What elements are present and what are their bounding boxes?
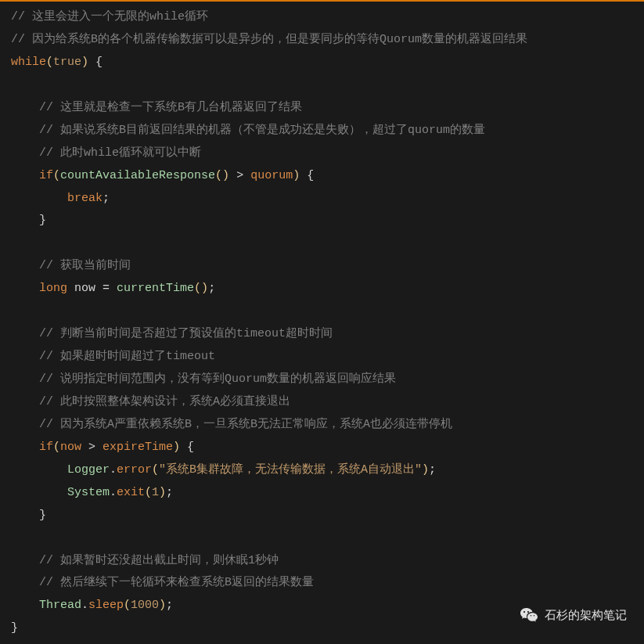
paren: ( bbox=[53, 441, 60, 454]
paren: ) bbox=[222, 169, 229, 182]
dot: . bbox=[110, 463, 117, 477]
comment-line: // 获取当前时间 bbox=[39, 259, 131, 272]
paren: ) bbox=[201, 282, 208, 295]
attribution: 石杉的架构笔记 bbox=[520, 604, 627, 627]
kw-long: long bbox=[39, 282, 67, 295]
paren: ( bbox=[152, 463, 159, 477]
brace: { bbox=[300, 169, 314, 182]
paren: ) bbox=[173, 441, 180, 454]
fn-currenttime: currentTime bbox=[117, 282, 194, 295]
paren: ) bbox=[159, 486, 166, 499]
num-1: 1 bbox=[152, 486, 159, 499]
dot: . bbox=[81, 599, 88, 612]
comment-line: // 这里会进入一个无限的while循环 bbox=[11, 10, 208, 23]
semi: ; bbox=[166, 599, 173, 612]
kw-while: while bbox=[11, 56, 46, 69]
paren: ) bbox=[159, 599, 166, 612]
comment-line: // 这里就是检查一下系统B有几台机器返回了结果 bbox=[39, 101, 302, 114]
comment-line: // 此时按照整体架构设计，系统A必须直接退出 bbox=[39, 395, 290, 408]
kw-if: if bbox=[39, 441, 53, 454]
comment-line: // 判断当前时间是否超过了预设值的timeout超时时间 bbox=[39, 327, 333, 340]
str-error: "系统B集群故障，无法传输数据，系统A自动退出" bbox=[159, 463, 422, 477]
var-quorum: quorum bbox=[250, 169, 293, 182]
brace: } bbox=[11, 621, 18, 635]
op-gt: > bbox=[81, 441, 103, 454]
semi: ; bbox=[208, 282, 215, 295]
code-block: // 这里会进入一个无限的while循环 // 因为给系统B的各个机器传输数据可… bbox=[0, 2, 644, 644]
comment-line: // 因为系统A严重依赖系统B，一旦系统B无法正常响应，系统A也必须连带停机 bbox=[39, 418, 452, 431]
fn-count: countAvailableResponse bbox=[60, 169, 215, 182]
brace: { bbox=[88, 56, 103, 69]
comment-line: // 如果超时时间超过了timeout bbox=[39, 350, 215, 363]
paren: ( bbox=[124, 599, 131, 612]
kw-if: if bbox=[39, 169, 53, 182]
paren: ( bbox=[46, 56, 53, 69]
m-error: error bbox=[117, 463, 152, 477]
comment-line: // 如果暂时还没超出截止时间，则休眠1秒钟 bbox=[39, 554, 279, 567]
attribution-text: 石杉的架构笔记 bbox=[545, 604, 627, 627]
comment-line: // 此时while循环就可以中断 bbox=[39, 146, 201, 160]
var-now: now bbox=[60, 441, 81, 454]
brace: } bbox=[39, 214, 46, 227]
comment-line: // 如果说系统B目前返回结果的机器（不管是成功还是失败），超过了quorum的… bbox=[39, 124, 485, 137]
cls-thread: Thread bbox=[39, 599, 81, 612]
brace: { bbox=[180, 441, 194, 454]
bool-true: true bbox=[53, 56, 81, 69]
brace: } bbox=[39, 509, 46, 522]
var-now: now bbox=[67, 282, 103, 295]
m-exit: exit bbox=[117, 486, 145, 499]
paren: ( bbox=[215, 169, 222, 182]
paren: ( bbox=[53, 169, 60, 182]
op-gt: > bbox=[229, 169, 250, 182]
var-expire: expireTime bbox=[103, 441, 173, 454]
m-sleep: sleep bbox=[88, 599, 124, 612]
semi: ; bbox=[166, 486, 173, 499]
dot: . bbox=[110, 486, 117, 499]
paren: ( bbox=[145, 486, 152, 499]
op-eq: = bbox=[103, 282, 117, 295]
num-1000: 1000 bbox=[131, 599, 159, 612]
semi: ; bbox=[103, 192, 110, 205]
kw-break: break bbox=[67, 192, 103, 205]
semi: ; bbox=[429, 463, 436, 477]
paren: ( bbox=[194, 282, 201, 295]
wechat-icon bbox=[520, 606, 538, 625]
paren: ) bbox=[422, 463, 429, 477]
cls-logger: Logger bbox=[67, 463, 110, 477]
paren: ) bbox=[293, 169, 300, 182]
cls-system: System bbox=[67, 486, 110, 499]
comment-line: // 因为给系统B的各个机器传输数据可以是异步的，但是要同步的等待Quorum数… bbox=[11, 33, 527, 46]
paren: ) bbox=[81, 56, 88, 69]
comment-line: // 然后继续下一轮循环来检查系统B返回的结果数量 bbox=[39, 576, 314, 589]
comment-line: // 说明指定时间范围内，没有等到Quorum数量的机器返回响应结果 bbox=[39, 372, 396, 386]
